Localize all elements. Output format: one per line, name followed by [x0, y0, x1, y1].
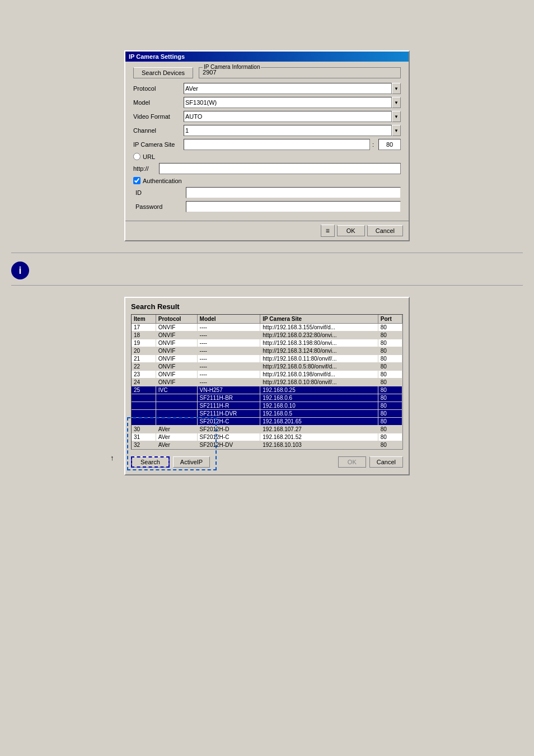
model-dropdown-arrow[interactable]: ▼ — [392, 97, 401, 108]
cell-model: ---- — [197, 363, 260, 371]
cell-port: 80 — [378, 402, 402, 410]
model-label: Model — [133, 99, 184, 106]
cell-protocol — [156, 394, 197, 402]
cell-protocol: AVer — [156, 433, 197, 441]
activeip-button[interactable]: ActiveIP — [173, 456, 210, 468]
cell-ip: 192.168.201.65 — [260, 418, 378, 426]
cell-item: 25 — [132, 386, 156, 394]
table-row[interactable]: 19ONVIF----http://192.168.3.198:80/onvi.… — [132, 339, 402, 347]
video-format-dropdown-arrow[interactable]: ▼ — [392, 111, 401, 122]
table-row[interactable]: 20ONVIF----http://192.168.3.124:80/onvi.… — [132, 347, 402, 355]
cell-ip: http://192.168.3.198:80/onvi... — [260, 339, 378, 347]
search-result-wrapper: ↑ Search Result Item Protocol Model IP C… — [124, 297, 410, 475]
ip-site-input[interactable] — [184, 139, 370, 150]
cell-model: VN-H257 — [197, 386, 260, 394]
cell-port: 80 — [378, 433, 402, 441]
cell-port: 80 — [378, 355, 402, 363]
channel-field[interactable]: 1 — [184, 125, 392, 136]
icon-button[interactable]: ≡ — [321, 225, 335, 237]
password-input[interactable] — [186, 201, 401, 212]
password-row: Password — [135, 201, 401, 212]
cell-port: 80 — [378, 441, 402, 449]
cell-model: SF2111H-DVR — [197, 410, 260, 418]
dialog-title: IP Camera Settings — [129, 53, 185, 60]
table-row[interactable]: 25IVCVN-H257192.168.0.2580 — [132, 386, 402, 394]
ok-button[interactable]: OK — [337, 225, 365, 236]
cell-item: 24 — [132, 379, 156, 386]
table-row[interactable]: 32AVerSF2012H-DV192.168.10.10380 — [132, 441, 402, 449]
cancel-button[interactable]: Cancel — [369, 456, 403, 468]
table-row[interactable]: 24ONVIF----http://192.168.0.10:80/onvif/… — [132, 379, 402, 386]
cell-item — [132, 402, 156, 410]
cell-ip: 192.168.10.103 — [260, 441, 378, 449]
table-row[interactable]: 22ONVIF----http://192.168.0.5:80/onvif/d… — [132, 363, 402, 371]
table-row[interactable]: 21ONVIF----http://192.168.0.11:80/onvif/… — [132, 355, 402, 363]
cell-item: 17 — [132, 324, 156, 332]
top-row: Search Devices IP Camera Information 290… — [133, 67, 401, 78]
dialog-footer: ≡ OK Cancel — [125, 221, 409, 240]
cell-protocol — [156, 410, 197, 418]
cell-item: 19 — [132, 339, 156, 347]
cell-model: ---- — [197, 355, 260, 363]
cell-ip: http://192.168.0.232:80/onvi... — [260, 332, 378, 339]
model-row: Model SF1301(W) ▼ — [133, 97, 401, 108]
video-format-row: Video Format AUTO ▼ — [133, 111, 401, 122]
cell-ip: 192.168.0.5 — [260, 410, 378, 418]
cell-port: 80 — [378, 324, 402, 332]
video-format-dropdown-wrapper: AUTO ▼ — [184, 111, 401, 122]
table-row[interactable]: 30AVerSF2012H-D192.168.107.2780 — [132, 426, 402, 433]
auth-checkbox-row: Authentication — [133, 177, 401, 184]
cell-protocol — [156, 402, 197, 410]
table-row[interactable]: SF2111H-DVR192.168.0.580 — [132, 410, 402, 418]
table-row[interactable]: 17ONVIF----http://192.168.3.155/onvif/d.… — [132, 324, 402, 332]
protocol-row: Protocol AVer ▼ — [133, 83, 401, 94]
result-table: Item Protocol Model IP Camera Site Port … — [132, 315, 402, 449]
ip-site-label: IP Camera Site — [133, 141, 184, 148]
table-row[interactable]: 31AVerSF2012H-C192.168.201.5280 — [132, 433, 402, 441]
cell-protocol: ONVIF — [156, 379, 197, 386]
cell-ip: http://192.168.0.11:80/onvif/... — [260, 355, 378, 363]
channel-dropdown-arrow[interactable]: ▼ — [392, 125, 401, 136]
port-input[interactable] — [378, 139, 401, 150]
cell-protocol: AVer — [156, 441, 197, 449]
video-format-label: Video Format — [133, 113, 184, 120]
model-field[interactable]: SF1301(W) — [184, 97, 392, 108]
auth-checkbox[interactable] — [133, 177, 140, 184]
video-format-field[interactable]: AUTO — [184, 111, 392, 122]
col-item: Item — [132, 315, 156, 324]
protocol-field[interactable]: AVer — [184, 83, 392, 94]
protocol-dropdown-arrow[interactable]: ▼ — [392, 83, 401, 94]
search-devices-button[interactable]: Search Devices — [133, 67, 193, 78]
cell-item: 31 — [132, 433, 156, 441]
cell-item — [132, 418, 156, 426]
table-row[interactable]: 23ONVIF----http://192.168.0.198/onvif/d.… — [132, 371, 402, 379]
cancel-button[interactable]: Cancel — [367, 225, 403, 236]
password-label: Password — [135, 203, 186, 210]
cell-model: ---- — [197, 371, 260, 379]
table-row[interactable]: SF2111H-R192.168.0.1080 — [132, 402, 402, 410]
url-radio[interactable] — [133, 153, 140, 160]
cell-protocol: IVC — [156, 386, 197, 394]
cell-protocol: ONVIF — [156, 332, 197, 339]
id-input[interactable] — [186, 187, 401, 198]
cell-item: 30 — [132, 426, 156, 433]
dialog-body: Search Devices IP Camera Information 290… — [125, 62, 409, 221]
cell-ip: http://192.168.3.124:80/onvi... — [260, 347, 378, 355]
cell-protocol — [156, 418, 197, 426]
table-row[interactable]: SF2012H-C192.168.201.6580 — [132, 418, 402, 426]
cell-protocol: ONVIF — [156, 339, 197, 347]
url-row: http:// — [133, 163, 401, 174]
cell-model: ---- — [197, 379, 260, 386]
table-row[interactable]: 18ONVIF----http://192.168.0.232:80/onvi.… — [132, 332, 402, 339]
col-model: Model — [197, 315, 260, 324]
ip-site-row: IP Camera Site : — [133, 139, 401, 150]
url-input[interactable] — [159, 163, 401, 174]
id-row: ID — [135, 187, 401, 198]
col-protocol: Protocol — [156, 315, 197, 324]
search-button[interactable]: Search — [131, 456, 170, 468]
search-result-body: Search Result Item Protocol Model IP Cam… — [125, 298, 409, 474]
cell-ip: 192.168.107.27 — [260, 426, 378, 433]
table-row[interactable]: SF2111H-BR192.168.0.680 — [132, 394, 402, 402]
cell-item — [132, 394, 156, 402]
search-dialog-footer: Search ActiveIP OK Cancel — [131, 454, 403, 470]
